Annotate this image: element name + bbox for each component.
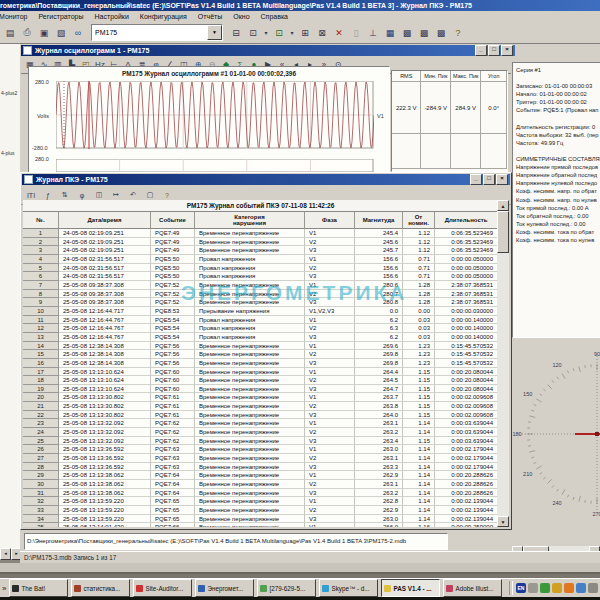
device-selector[interactable]: PM175 ▼ xyxy=(91,24,223,41)
table-row[interactable]: 1425-05-08 12:38:14.308PQE7:56Временное … xyxy=(23,342,498,351)
menu-item-1[interactable]: Регистраторы xyxy=(39,13,84,20)
table-row[interactable]: 3225-05-08 13:13:59.220PQE7:65Временное … xyxy=(23,497,498,506)
menu-item-0[interactable]: Монитор xyxy=(0,13,28,20)
monitor-online-icon[interactable]: ⊡ xyxy=(245,25,261,40)
table-row[interactable]: 1725-05-08 13:13:10.624PQE7:60Временное … xyxy=(23,368,498,377)
oscillogram-minimize-icon[interactable]: _ xyxy=(475,45,487,56)
scroll-left-icon[interactable]: ◂ xyxy=(0,548,11,560)
table-row[interactable]: 825-05-08 09:38:37.308PQE7:52Временное п… xyxy=(23,290,498,299)
table-row[interactable]: 1125-05-08 12:16:44.767PQE5:54Провал нап… xyxy=(23,316,498,325)
function-icon[interactable]: ƒ xyxy=(40,190,56,201)
table-row[interactable]: 3125-05-08 13:13:38.062PQE7:64Временное … xyxy=(23,489,498,498)
column-header-2[interactable]: Событие xyxy=(151,212,195,229)
pin-icon[interactable]: ⊥ xyxy=(365,25,381,40)
taskbar-button-4[interactable]: [279-629-5... xyxy=(257,579,316,597)
quick-launch-chevron-icon[interactable]: » xyxy=(2,584,6,593)
window-icon[interactable]: ▣ xyxy=(36,25,52,40)
iti-button[interactable]: ITI xyxy=(23,190,39,201)
table-row[interactable]: 1225-05-08 12:16:44.767PQE5:54Провал нап… xyxy=(23,324,498,333)
menu-item-2[interactable]: Настройки xyxy=(95,13,129,20)
database-icon[interactable]: ⊟ xyxy=(228,25,244,40)
monitor-offline-arrow-icon[interactable]: ▾ xyxy=(288,25,296,40)
monitor-offline-icon[interactable]: ⊡ xyxy=(271,25,287,40)
update-tray-icon[interactable] xyxy=(552,583,562,593)
table-row[interactable]: 1825-05-08 13:13:10.624PQE7:60Временное … xyxy=(23,376,498,385)
oscillogram-maximize-icon[interactable]: □ xyxy=(488,45,500,56)
report3-icon[interactable]: ▩ xyxy=(433,25,449,40)
table-row[interactable]: 624-05-08 02:31:56.517PQE5:50Провал напр… xyxy=(23,272,498,281)
taskbar-button-7[interactable]: Adobe Illust... xyxy=(443,579,502,597)
table-row[interactable]: 524-05-08 02:31:56.517PQE5:50Провал напр… xyxy=(23,264,498,273)
network-tray-icon[interactable] xyxy=(576,583,586,593)
device-selector-arrow-icon[interactable]: ▼ xyxy=(207,25,222,40)
table-row[interactable]: 2525-05-08 13:13:32.092PQE7:62Временное … xyxy=(23,437,498,446)
datagrid-icon[interactable]: ▦ xyxy=(382,25,398,40)
oscillogram-close-icon[interactable]: × xyxy=(501,45,513,56)
export-data-icon[interactable]: ⊠ xyxy=(314,25,330,40)
event-log-maximize-icon[interactable]: □ xyxy=(483,174,495,185)
table-row[interactable]: 725-05-08 09:38:37.308PQE7:52Временное п… xyxy=(23,281,498,290)
delete-icon[interactable]: ✕ xyxy=(331,25,347,40)
taskbar-button-0[interactable]: The Bat! xyxy=(9,579,68,597)
table-row[interactable]: 3425-05-08 13:13:59.220PQE7:65Временное … xyxy=(23,515,498,524)
column-header-7[interactable]: Длительность xyxy=(435,212,498,229)
table-row[interactable]: 1925-05-08 13:13:10.624PQE7:60Временное … xyxy=(23,385,498,394)
scroll-up-icon[interactable]: ▲ xyxy=(497,200,509,211)
monitor-online-arrow-icon[interactable]: ▾ xyxy=(262,25,270,40)
table-row[interactable]: 124-05-08 02:19:09.251PQE7:49Временное п… xyxy=(23,229,498,238)
export-log-icon[interactable]: ◫ xyxy=(91,190,107,201)
menu-item-5[interactable]: Окно xyxy=(233,13,249,20)
table-row[interactable]: 925-05-08 09:38:37.308PQE7:52Временное п… xyxy=(23,298,498,307)
table-row[interactable]: 2925-05-08 13:13:38.062PQE7:64Временное … xyxy=(23,471,498,480)
table-row[interactable]: 1625-05-08 12:38:14.308PQE7:56Временное … xyxy=(23,359,498,368)
taskbar-button-5[interactable]: Skype™ - d... xyxy=(319,579,378,597)
help-icon[interactable]: ? xyxy=(450,25,466,40)
taskbar-button-1[interactable]: статистика... xyxy=(71,579,130,597)
column-header-4[interactable]: Фаза xyxy=(305,212,355,229)
table-row[interactable]: 2425-05-08 13:13:32.092PQE7:62Временное … xyxy=(23,428,498,437)
event-log-minimize-icon[interactable]: _ xyxy=(470,174,482,185)
antivirus-tray-icon[interactable] xyxy=(540,583,550,593)
undo-icon[interactable]: ↶ xyxy=(125,190,141,201)
table-row[interactable]: 2325-05-08 13:13:32.092PQE7:62Временное … xyxy=(23,419,498,428)
goto-icon[interactable]: ↦ xyxy=(108,190,124,201)
lang-indicator[interactable]: EN xyxy=(516,583,526,593)
properties-icon[interactable]: ▧ xyxy=(53,25,69,40)
menu-item-3[interactable]: Конфигурация xyxy=(140,13,187,20)
table-row[interactable]: 2225-05-08 13:13:30.802PQE7:61Временное … xyxy=(23,411,498,420)
report1-icon[interactable]: ▩ xyxy=(399,25,415,40)
column-header-1[interactable]: Дата/время xyxy=(59,212,151,229)
stop-icon[interactable]: ▢ xyxy=(142,190,158,201)
table-row[interactable]: 2025-05-08 13:13:30.802PQE7:61Временное … xyxy=(23,393,498,402)
column-header-6[interactable]: От номин. xyxy=(403,212,435,229)
scroll-down-icon[interactable]: ▼ xyxy=(497,516,509,527)
scrollbar-thumb[interactable] xyxy=(497,211,509,253)
link-icon[interactable]: ∞ xyxy=(70,25,86,40)
printer-tray-icon[interactable] xyxy=(528,583,538,593)
table-row[interactable]: 3525-05-08 13:14:01.430PQE7:66Временное … xyxy=(23,523,498,527)
menu-item-6[interactable]: Справка xyxy=(261,13,288,20)
table-row[interactable]: 3025-05-08 13:13:38.062PQE7:64Временное … xyxy=(23,480,498,489)
column-header-0[interactable]: №. xyxy=(23,212,59,229)
taskbar-button-2[interactable]: Site-Auditor... xyxy=(133,579,192,597)
report2-icon[interactable]: ▩ xyxy=(416,25,432,40)
table-row[interactable]: 2725-05-08 13:13:36.592PQE7:63Временное … xyxy=(23,454,498,463)
table-row[interactable]: 2825-05-08 13:13:36.592PQE7:63Временное … xyxy=(23,463,498,472)
series-info-panel[interactable]: Серия #1Записано: 01-01-00 00:00:03Начал… xyxy=(512,62,600,338)
table-row[interactable]: 1525-05-08 12:38:14.308PQE7:56Временное … xyxy=(23,350,498,359)
save-icon[interactable]: ▤ xyxy=(2,25,18,40)
volume-tray-icon[interactable] xyxy=(588,583,598,593)
print-icon[interactable]: ⎙ xyxy=(19,25,35,40)
taskbar-button-3[interactable]: Энергомет... xyxy=(195,579,254,597)
phase-filter-icon[interactable]: φ xyxy=(74,190,90,201)
help-log-icon[interactable]: ? xyxy=(159,190,175,201)
table-row[interactable]: 1325-05-08 12:16:44.767PQE5:54Провал нап… xyxy=(23,333,498,342)
event-log-scrollbar[interactable]: ▲ ▼ xyxy=(497,200,509,527)
column-header-3[interactable]: Категория нарушения xyxy=(195,212,305,229)
agent-tray-icon[interactable] xyxy=(564,583,574,593)
menu-item-4[interactable]: Отчёты xyxy=(198,13,222,20)
page-icon[interactable]: ▯ xyxy=(348,25,364,40)
table-row[interactable]: 424-05-08 02:31:56.517PQE5:50Провал напр… xyxy=(23,255,498,264)
table-row[interactable]: 3325-05-08 13:13:59.220PQE7:65Временное … xyxy=(23,506,498,515)
table-row[interactable]: 224-05-08 02:19:09.251PQE7:49Временное п… xyxy=(23,238,498,247)
